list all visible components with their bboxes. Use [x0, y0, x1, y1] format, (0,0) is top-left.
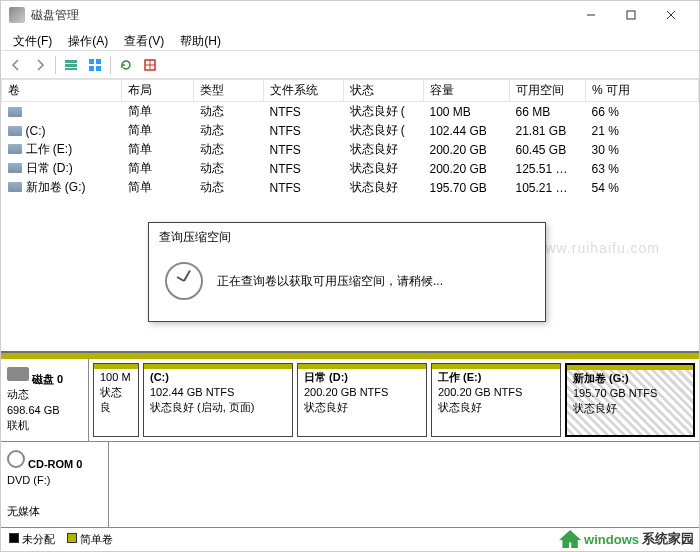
col-layout[interactable]: 布局	[122, 80, 194, 102]
partition[interactable]: (C:)102.44 GB NTFS状态良好 (启动, 页面)	[143, 363, 293, 438]
toolbar-sep	[55, 56, 56, 74]
cdrom-partitions	[109, 442, 699, 527]
watermark: windows系统家园	[559, 530, 694, 548]
back-button[interactable]	[5, 54, 27, 76]
col-filesystem[interactable]: 文件系统	[264, 80, 344, 102]
window-title: 磁盘管理	[31, 7, 571, 24]
dialog-body: 正在查询卷以获取可用压缩空间，请稍候...	[149, 252, 545, 310]
progress-dialog: 查询压缩空间 正在查询卷以获取可用压缩空间，请稍候...	[148, 222, 546, 322]
col-type[interactable]: 类型	[194, 80, 264, 102]
svg-rect-9	[89, 66, 94, 71]
table-row[interactable]: 新加卷 (G:)简单动态NTFS状态良好195.70 GB105.21 …54 …	[2, 178, 699, 197]
table-row[interactable]: 工作 (E:)简单动态NTFS状态良好200.20 GB60.45 GB30 %	[2, 140, 699, 159]
disk-row-cdrom: CD-ROM 0 DVD (F:) 无媒体	[1, 442, 699, 528]
volume-icon	[8, 126, 22, 136]
cdrom-name: CD-ROM 0	[28, 458, 82, 470]
partition[interactable]: 100 M状态良	[93, 363, 139, 438]
clock-icon	[165, 262, 203, 300]
toolbar-sep	[110, 56, 111, 74]
maximize-button[interactable]	[611, 1, 651, 29]
disk-state: 联机	[7, 419, 29, 431]
menu-action[interactable]: 操作(A)	[60, 31, 116, 48]
svg-rect-6	[65, 68, 77, 70]
svg-rect-10	[96, 66, 101, 71]
watermark-url: www.ruihaifu.com	[534, 240, 660, 256]
menubar: 文件(F) 操作(A) 查看(V) 帮助(H)	[1, 29, 699, 51]
properties-button[interactable]	[139, 54, 161, 76]
legend-simple: 简单卷	[67, 532, 113, 547]
disk-size: 698.64 GB	[7, 404, 60, 416]
table-row[interactable]: 简单动态NTFS状态良好 (100 MB66 MB66 %	[2, 102, 699, 122]
graphical-view: 磁盘 0 动态 698.64 GB 联机 100 M状态良(C:)102.44 …	[1, 351, 699, 551]
menu-file[interactable]: 文件(F)	[5, 31, 60, 48]
titlebar: 磁盘管理	[1, 1, 699, 29]
view-list-button[interactable]	[60, 54, 82, 76]
window-controls	[571, 1, 691, 29]
column-header-row[interactable]: 卷 布局 类型 文件系统 状态 容量 可用空间 % 可用	[2, 80, 699, 102]
svg-rect-1	[627, 11, 635, 19]
legend-swatch-olive	[67, 533, 77, 543]
disk-partitions: 100 M状态良(C:)102.44 GB NTFS状态良好 (启动, 页面)日…	[89, 359, 699, 442]
volume-icon	[8, 163, 22, 173]
toolbar	[1, 51, 699, 79]
minimize-button[interactable]	[571, 1, 611, 29]
partition[interactable]: 工作 (E:)200.20 GB NTFS状态良好	[431, 363, 561, 438]
col-capacity[interactable]: 容量	[424, 80, 510, 102]
disk-name: 磁盘 0	[32, 373, 63, 385]
app-icon	[9, 7, 25, 23]
dialog-title: 查询压缩空间	[149, 223, 545, 252]
partition[interactable]: 新加卷 (G:)195.70 GB NTFS状态良好	[565, 363, 695, 438]
watermark-text-a: windows	[584, 532, 639, 547]
legend-swatch-black	[9, 533, 19, 543]
col-volume[interactable]: 卷	[2, 80, 122, 102]
col-free[interactable]: 可用空间	[510, 80, 586, 102]
cdrom-label[interactable]: CD-ROM 0 DVD (F:) 无媒体	[1, 442, 109, 527]
volume-icon	[8, 107, 22, 117]
view-graphical-button[interactable]	[84, 54, 106, 76]
disk-type: 动态	[7, 388, 29, 400]
cdrom-sub: DVD (F:)	[7, 474, 50, 486]
table-row[interactable]: (C:)简单动态NTFS状态良好 (102.44 GB21.81 GB21 %	[2, 121, 699, 140]
volume-icon	[8, 182, 22, 192]
close-button[interactable]	[651, 1, 691, 29]
col-pct[interactable]: % 可用	[586, 80, 699, 102]
dialog-message: 正在查询卷以获取可用压缩空间，请稍候...	[217, 273, 443, 290]
volume-icon	[8, 144, 22, 154]
col-status[interactable]: 状态	[344, 80, 424, 102]
table-row[interactable]: 日常 (D:)简单动态NTFS状态良好200.20 GB125.51 …63 %	[2, 159, 699, 178]
disk-label[interactable]: 磁盘 0 动态 698.64 GB 联机	[1, 359, 89, 442]
cdrom-icon	[7, 450, 25, 468]
svg-rect-8	[96, 59, 101, 64]
legend-unallocated: 未分配	[9, 532, 55, 547]
svg-rect-7	[89, 59, 94, 64]
cdrom-state: 无媒体	[7, 505, 40, 517]
svg-rect-4	[65, 60, 77, 63]
house-icon	[559, 530, 581, 548]
disk-icon	[7, 367, 29, 381]
refresh-button[interactable]	[115, 54, 137, 76]
menu-view[interactable]: 查看(V)	[116, 31, 172, 48]
svg-rect-5	[65, 64, 77, 67]
watermark-text-b: 系统家园	[642, 530, 694, 548]
partition[interactable]: 日常 (D:)200.20 GB NTFS状态良好	[297, 363, 427, 438]
menu-help[interactable]: 帮助(H)	[172, 31, 229, 48]
disk-row-0: 磁盘 0 动态 698.64 GB 联机 100 M状态良(C:)102.44 …	[1, 359, 699, 443]
volume-list[interactable]: 卷 布局 类型 文件系统 状态 容量 可用空间 % 可用 简单动态NTFS状态良…	[1, 79, 699, 197]
forward-button[interactable]	[29, 54, 51, 76]
